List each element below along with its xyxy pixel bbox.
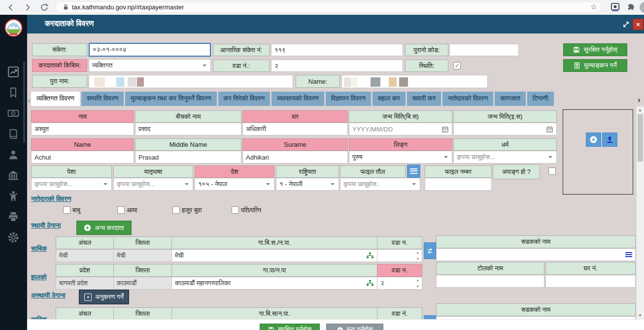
copy-permanent-button[interactable]: ▼ अनुकरण गर्ने	[79, 290, 129, 304]
tab-documents[interactable]: कागजात	[495, 92, 525, 106]
permanent-address-link[interactable]: स्थायी ठेगाना	[31, 222, 61, 230]
sidebar-item-child-icon[interactable]	[7, 190, 19, 202]
tole-name-input[interactable]	[436, 275, 544, 288]
dob-ad-header: जन्म मिति(इ.स)	[453, 110, 557, 123]
back-icon[interactable]	[6, 2, 16, 12]
old-code-input[interactable]	[449, 44, 519, 56]
sync-arrows-icon	[426, 247, 434, 255]
evaluate-button[interactable]: मुल्याङ्कन गर्ने	[563, 59, 627, 72]
close-icon[interactable]: ×	[633, 19, 644, 30]
tab-relatives-details[interactable]: नातेदारको विवरण	[442, 92, 493, 106]
tab-property-details[interactable]: सम्पति विवरण	[81, 92, 124, 106]
other-taxpayer-button[interactable]: अन्य करदाता	[76, 221, 132, 235]
current-ward-spinner[interactable]: २	[377, 277, 422, 290]
disabled-checkbox[interactable]	[548, 167, 556, 175]
name-np-input[interactable]: अच्युत	[31, 123, 134, 135]
gender-select[interactable]: पुरुष	[349, 151, 452, 164]
tab-tax-paid[interactable]: कर तिरेको विवरण	[218, 92, 271, 106]
sabik-ward-spinner[interactable]	[377, 249, 422, 262]
code-input[interactable]: ०२-०१-०००४	[89, 43, 211, 57]
house-no-input[interactable]	[545, 275, 636, 288]
tab-scroll-right-icon[interactable]: ›	[638, 95, 641, 105]
scroll-up-icon[interactable]: ▲	[638, 108, 642, 112]
forward-icon[interactable]	[23, 2, 33, 12]
taxpayer-type-select[interactable]: व्यक्तिगत	[89, 59, 211, 72]
redacted-block	[389, 77, 397, 87]
sabik-vdc-input[interactable]: मेची	[171, 249, 377, 262]
sidebar-item-settings-gear-icon[interactable]	[7, 231, 19, 243]
religion-select[interactable]: कृपया छान्नुहोस...	[453, 151, 557, 164]
sidebar-item-bank-icon[interactable]	[7, 169, 19, 181]
footer-close-button[interactable]: बन्द गर्नुहोस्	[326, 324, 383, 330]
app-logo[interactable]	[4, 19, 23, 37]
nationality-select[interactable]: १ - नेपाली	[276, 178, 339, 191]
surname-np-input[interactable]: अधिकारी	[242, 123, 348, 135]
sidebar-item-printer-icon[interactable]	[7, 211, 19, 223]
country-select[interactable]: १०५ - नेपाल	[195, 178, 274, 191]
vertical-scrollbar[interactable]: ▲ ▼	[636, 106, 644, 319]
full-name-input-redacted[interactable]	[89, 75, 293, 88]
file-number-input[interactable]	[425, 178, 492, 191]
sidebar-item-money-icon[interactable]	[7, 107, 19, 119]
tab-scroll-left-icon[interactable]: ‹	[28, 96, 31, 105]
municipality-input[interactable]: काठमाडौं महानगरपालिका	[171, 277, 377, 290]
current-address-link[interactable]: हालको	[31, 273, 47, 281]
dob-ad-input[interactable]	[453, 123, 557, 135]
ward-no-input[interactable]: २	[271, 60, 403, 72]
photo-upload-button[interactable]	[602, 132, 617, 147]
sidebar-scrollbar[interactable]	[23, 62, 25, 143]
relative-father-checkbox[interactable]	[63, 206, 70, 214]
file-weight-menu-button[interactable]	[407, 165, 420, 178]
url-bar[interactable]: tax.kathmandu.gov.np/#taxpayermaster ☆	[55, 1, 602, 13]
puzzle-extensions-icon[interactable]	[627, 2, 637, 12]
browser-chrome: tax.kathmandu.gov.np/#taxpayermaster ☆	[0, 0, 644, 15]
bookmark-star-icon[interactable]: ☆	[590, 2, 597, 11]
refresh-icon[interactable]	[39, 2, 49, 12]
file-weight-select[interactable]: कृपया छान्नुहोस..	[340, 178, 420, 191]
sidebar-item-person-icon[interactable]	[7, 149, 19, 161]
footer-save-button[interactable]: सुरक्षित गर्नुहोस्	[260, 324, 320, 330]
scrollbar-thumb[interactable]	[638, 114, 643, 162]
temporary-address-link[interactable]: अस्थायी ठेगाना	[31, 292, 66, 299]
tab-vehicle-tax[interactable]: सवारी कर	[407, 92, 441, 106]
middle-np-input[interactable]: प्रसाद	[135, 123, 241, 135]
mother-tongue-select[interactable]: कृपया छान्नुहोस...	[113, 178, 193, 191]
sabik-zone-value: मेची	[56, 249, 114, 262]
status-checkbox[interactable]: ✓	[453, 62, 461, 69]
page-title: करदाताको विवरण	[45, 19, 94, 28]
copy-address-sync-button[interactable]	[424, 242, 436, 259]
relative-mother-checkbox[interactable]	[117, 206, 125, 214]
internal-code-input[interactable]: ११९	[271, 44, 403, 56]
occupation-select[interactable]: कृपया छान्नुहोस...	[31, 178, 112, 191]
relatives-section-link[interactable]: नातेदारको विवरण	[31, 195, 71, 203]
tab-rent-tax[interactable]: बहाल कर	[373, 92, 406, 106]
tab-valuation-tax-payable[interactable]: मुल्याङ्कन तथा कर तिनुपर्ने विवरण	[125, 92, 216, 106]
surname-en-input[interactable]: Adhikari	[242, 151, 348, 164]
relative-grandfather-checkbox[interactable]	[172, 206, 180, 214]
relative-spouse-checkbox[interactable]	[232, 206, 239, 214]
sidebar-item-dashboard-chart-icon[interactable]	[7, 66, 19, 78]
sidebar-item-ledger-book-icon[interactable]	[7, 128, 19, 140]
tab-remarks[interactable]: टिप्पणी	[527, 92, 554, 106]
photo-remove-button[interactable]	[586, 132, 601, 147]
tab-bar: व्यक्तिगत विवरण सम्पति विवरण मुल्याङ्कन …	[31, 92, 636, 106]
expand-icon[interactable]	[622, 20, 630, 29]
scroll-down-icon[interactable]: ▼	[638, 313, 642, 318]
url-text[interactable]: tax.kathmandu.gov.np/#taxpayermaster	[72, 3, 184, 11]
middle-en-input[interactable]: Prasad	[135, 151, 241, 164]
name-en-input-redacted[interactable]	[341, 75, 488, 88]
save-button[interactable]: सुरक्षित गर्नुहोस्	[563, 43, 627, 56]
name-en-input[interactable]: Achut	[31, 151, 134, 164]
tab-business-details[interactable]: व्यवसायको विवरण	[271, 92, 324, 106]
sidebar-item-bookmark-icon[interactable]	[7, 87, 19, 99]
street-name-input[interactable]	[436, 248, 636, 261]
extension-icon[interactable]	[610, 2, 620, 12]
dob-bs-input[interactable]: YYYY/MM/DD	[349, 123, 452, 135]
tab-advertisement-details[interactable]: विज्ञापन विवरण	[326, 92, 371, 106]
avatar[interactable]	[640, 2, 644, 13]
plus-circle-icon	[84, 224, 91, 231]
tab-personal-details[interactable]: व्यक्तिगत विवरण	[31, 92, 80, 106]
sabik-link[interactable]: साबिक	[31, 245, 47, 253]
temp-zone-header: अंचल	[56, 307, 114, 320]
sabik-district-header: जिल्ला	[113, 236, 172, 249]
